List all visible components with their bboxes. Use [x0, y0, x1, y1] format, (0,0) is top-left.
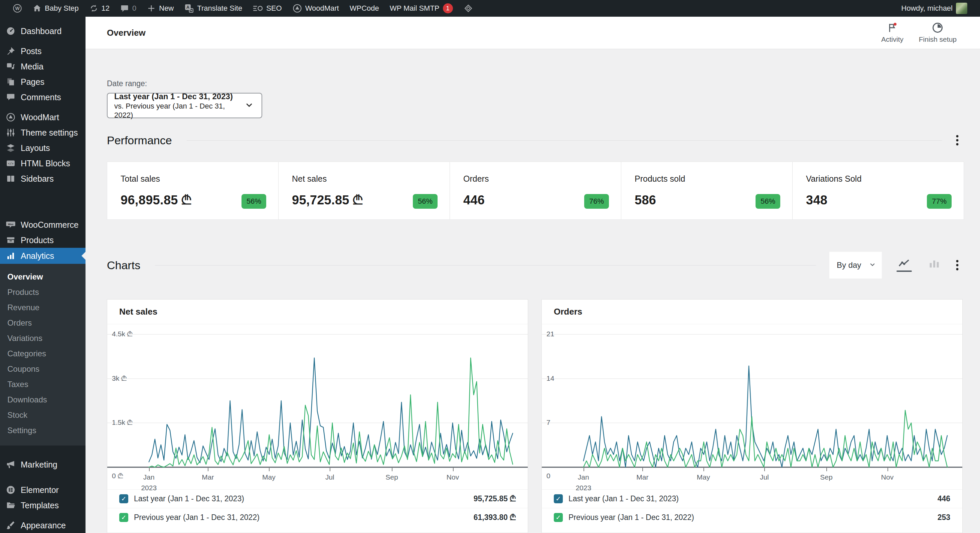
menu-separator — [0, 445, 86, 457]
submenu-item-orders[interactable]: Orders — [0, 315, 86, 331]
date-range-select[interactable]: Last year (Jan 1 - Dec 31, 2023) vs. Pre… — [107, 93, 262, 118]
sidebar-item-templates[interactable]: Templates — [0, 498, 86, 513]
submenu-item-products[interactable]: Products — [0, 285, 86, 300]
setup-progress-icon — [932, 22, 943, 33]
layers-icon — [6, 143, 16, 153]
performance-menu-button[interactable] — [951, 134, 964, 147]
plugin-diamond-menu[interactable] — [458, 0, 478, 17]
comment-icon — [6, 92, 16, 102]
seo-icon — [253, 4, 263, 13]
sidebar-item-label: Products — [21, 235, 54, 245]
submenu-item-variations[interactable]: Variations — [0, 331, 86, 346]
sidebar-item-analytics[interactable]: Analytics — [0, 248, 86, 264]
sidebar-item-products[interactable]: Products — [0, 232, 86, 248]
submenu-item-downloads[interactable]: Downloads — [0, 392, 86, 407]
stat-card-products-sold[interactable]: Products sold 586 56% — [621, 162, 792, 220]
sidebar-item-woodmart[interactable]: WoodMart — [0, 110, 86, 125]
finish-setup-button[interactable]: Finish setup — [919, 22, 957, 43]
site-name-menu[interactable]: Baby Step — [27, 0, 84, 17]
updates-menu[interactable]: 12 — [84, 0, 115, 17]
analytics-bars-icon — [6, 251, 16, 261]
bar-chart-toggle[interactable] — [927, 258, 942, 272]
sidebar-item-theme-settings[interactable]: Theme settings — [0, 125, 86, 140]
sidebar-item-html-blocks[interactable]: </> HTML Blocks — [0, 156, 86, 171]
media-icon — [6, 62, 16, 72]
sidebar-item-media[interactable]: Media — [0, 59, 86, 74]
page-header: Overview Activity Finish setup — [86, 17, 980, 49]
comments-menu[interactable]: 0 — [115, 0, 142, 17]
submenu-item-stock[interactable]: Stock — [0, 407, 86, 423]
status-badge: 56% — [413, 194, 438, 209]
x-axis-label: Jan2023 — [141, 472, 157, 493]
legend-checkbox[interactable]: ✓ — [554, 494, 563, 503]
sidebar-item-appearance[interactable]: Appearance — [0, 518, 86, 533]
sidebar-item-marketing[interactable]: Marketing — [0, 457, 86, 472]
admin-bar: W Baby Step 12 0 New A Translate Site — [0, 0, 980, 17]
woocommerce-icon: Woo — [6, 220, 16, 230]
legend-checkbox[interactable]: ✓ — [554, 513, 563, 522]
sidebar-item-label: Posts — [21, 46, 42, 56]
sidebar-item-comments[interactable]: Comments — [0, 89, 86, 105]
howdy-text: Howdy, michael — [901, 4, 953, 13]
sidebar-item-pages[interactable]: Pages — [0, 74, 86, 89]
orders-chart[interactable]: 21147 — [542, 324, 962, 468]
status-badge: 56% — [756, 194, 780, 209]
sidebar-item-sidebars[interactable]: Sidebars — [0, 171, 86, 186]
woodmart-menu[interactable]: WoodMart — [287, 0, 344, 17]
wp-mail-smtp-menu[interactable]: WP Mail SMTP 1 — [385, 0, 458, 17]
pin-icon — [6, 46, 16, 56]
stat-card-variations-sold[interactable]: Variations Sold 348 77% — [792, 162, 964, 220]
stat-card-orders[interactable]: Orders 446 76% — [450, 162, 621, 220]
submenu-item-taxes[interactable]: Taxes — [0, 377, 86, 392]
submenu-item-settings[interactable]: Settings — [0, 423, 86, 438]
charts-menu-button[interactable] — [951, 258, 964, 272]
dashboard-icon — [6, 26, 16, 36]
new-content-menu[interactable]: New — [142, 0, 179, 17]
orders-chart-card: Orders 21147 0Jan2023MarMayJulSepNov ✓ L… — [541, 299, 963, 533]
legend-checkbox[interactable]: ✓ — [119, 494, 128, 503]
y-axis-label: 4.5k ₾ — [112, 330, 133, 338]
interval-select[interactable]: By day — [829, 252, 882, 278]
sidebar-item-elementor[interactable]: Elementor — [0, 482, 86, 498]
x-axis-labels: 0 ₾Jan2023MarMayJulSepNov — [107, 468, 528, 489]
x-axis-tick — [642, 468, 643, 471]
sidebar-item-label: Elementor — [21, 485, 59, 495]
date-range-primary: Last year (Jan 1 - Dec 31, 2023) — [114, 92, 245, 102]
sidebar-item-layouts[interactable]: Layouts — [0, 140, 86, 156]
sidebar-item-dashboard[interactable]: Dashboard — [0, 23, 86, 39]
menu-separator — [0, 186, 86, 217]
seo-label: SEO — [266, 4, 282, 13]
chevron-down-icon — [869, 261, 876, 270]
wordpress-logo-menu[interactable]: W — [7, 0, 27, 17]
submenu-item-overview[interactable]: Overview — [0, 269, 86, 285]
net-sales-chart[interactable]: 4.5k ₾3k ₾1.5k ₾ — [107, 324, 528, 468]
legend-checkbox[interactable]: ✓ — [119, 513, 128, 522]
submenu-item-coupons[interactable]: Coupons — [0, 361, 86, 377]
x-axis-tick — [764, 468, 765, 471]
submenu-item-revenue[interactable]: Revenue — [0, 300, 86, 315]
stat-card-net-sales[interactable]: Net sales 95,725.85 ₾ 56% — [278, 162, 450, 220]
sidebar-item-woocommerce[interactable]: Woo WooCommerce — [0, 217, 86, 232]
activity-button[interactable]: Activity — [881, 22, 904, 43]
translate-icon: A — [185, 4, 194, 13]
chart-title: Net sales — [119, 307, 158, 317]
page-title: Overview — [107, 28, 146, 38]
sidebar-item-posts[interactable]: Posts — [0, 43, 86, 59]
submenu-item-categories[interactable]: Categories — [0, 346, 86, 361]
line-chart-toggle[interactable] — [897, 258, 912, 272]
pages-icon — [6, 77, 16, 87]
legend-label: Previous year (Jan 1 - Dec 31, 2022) — [568, 513, 694, 522]
wpcode-label: WPCode — [350, 4, 379, 13]
my-account-menu[interactable]: Howdy, michael — [896, 0, 973, 17]
legend-label: Previous year (Jan 1 - Dec 31, 2022) — [134, 513, 259, 522]
x-axis-tick — [208, 468, 208, 471]
woodmart-theme-icon — [6, 112, 16, 122]
stat-card-total-sales[interactable]: Total sales 96,895.85 ₾ 56% — [107, 162, 278, 220]
wpcode-menu[interactable]: WPCode — [344, 0, 385, 17]
date-range-secondary: vs. Previous year (Jan 1 - Dec 31, 2022) — [114, 102, 245, 120]
chart-title: Orders — [554, 307, 582, 317]
translate-site-menu[interactable]: A Translate Site — [179, 0, 248, 17]
seo-menu[interactable]: SEO — [248, 0, 287, 17]
y-axis-label: 21 — [546, 330, 554, 338]
x-axis-label: Jul — [325, 472, 334, 482]
